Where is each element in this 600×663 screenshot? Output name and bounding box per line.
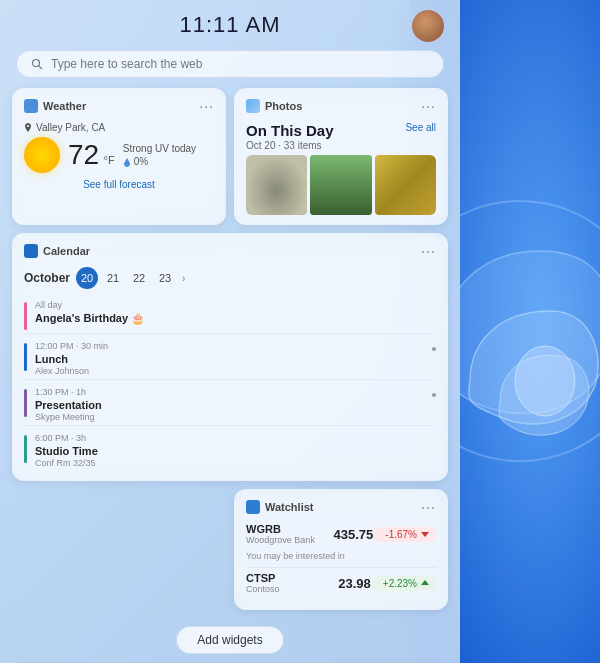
calendar-icon: [24, 244, 38, 258]
search-bar[interactable]: Type here to search the web: [16, 50, 444, 78]
calendar-month: October: [24, 271, 70, 285]
stock-ctsp-name: Contoso: [246, 584, 280, 594]
event-bar-teal: [24, 435, 27, 463]
svg-marker-5: [421, 532, 429, 537]
photos-header: Photos ···: [246, 98, 436, 114]
add-widgets-row: Add widgets: [0, 618, 460, 663]
temperature: 72: [68, 139, 99, 170]
photos-grid: [246, 155, 436, 215]
on-this-day-title: On This Day: [246, 122, 334, 140]
stock-wgrb-price: 435.75: [334, 527, 374, 542]
weather-main: 72 °F Strong UV today 0%: [24, 137, 214, 173]
event-info-3: 1:30 PM · 1h Presentation Skype Meeting: [35, 387, 424, 422]
calendar-day-21[interactable]: 21: [102, 267, 124, 289]
weather-humidity: 0%: [123, 156, 196, 167]
event-title-4: Studio Time: [35, 444, 436, 458]
stock-ctsp-ticker: CTSP: [246, 572, 280, 584]
photos-menu[interactable]: ···: [421, 98, 436, 114]
watchlist-icon: [246, 500, 260, 514]
stock-wgrb-price-row: 435.75 -1.67%: [334, 527, 436, 542]
stock-wgrb-change: -1.67%: [385, 529, 417, 540]
calendar-menu[interactable]: ···: [421, 243, 436, 259]
stock-ctsp-badge: +2.23%: [371, 576, 436, 591]
humidity-icon: [123, 157, 131, 167]
stock-wgrb-ticker: WGRB: [246, 523, 315, 535]
search-icon: [31, 58, 43, 70]
on-this-day-info: On This Day Oct 20 · 33 items: [246, 122, 334, 151]
photo-thumb-2[interactable]: [310, 155, 371, 215]
location-icon: [24, 123, 32, 133]
photo-3-inner: [375, 155, 436, 215]
event-time-4: 6:00 PM · 3h: [35, 433, 436, 444]
calendar-events: All day Angela's Birthday 🎂 12:00 PM · 3…: [24, 297, 436, 471]
svg-point-1: [515, 346, 575, 416]
weather-title: Weather: [43, 100, 86, 112]
weather-description: Strong UV today: [123, 143, 196, 154]
search-placeholder: Type here to search the web: [51, 57, 202, 71]
event-info-2: 12:00 PM · 30 min Lunch Alex Johnson: [35, 341, 424, 376]
calendar-day-20[interactable]: 20: [76, 267, 98, 289]
photos-title-row: Photos: [246, 99, 302, 113]
weather-footer[interactable]: See full forecast: [24, 179, 214, 190]
calendar-chevron[interactable]: ›: [182, 273, 185, 284]
event-bar-purple: [24, 389, 27, 417]
weather-info: 72 °F: [68, 141, 115, 169]
event-info-4: 6:00 PM · 3h Studio Time Conf Rm 32/35: [35, 433, 436, 468]
weather-icon: [24, 99, 38, 113]
photo-thumb-3[interactable]: [375, 155, 436, 215]
stock-wgrb[interactable]: WGRB Woodgrove Bank 435.75 -1.67%: [246, 523, 436, 545]
stock-ctsp-info: CTSP Contoso: [246, 572, 280, 594]
photo-thumb-1[interactable]: [246, 155, 307, 215]
weather-header: Weather ···: [24, 98, 214, 114]
event-bar-blue: [24, 343, 27, 371]
watchlist-menu[interactable]: ···: [421, 499, 436, 515]
calendar-month-row: October 20 21 22 23 ›: [24, 267, 436, 289]
photo-1-inner: [246, 155, 307, 215]
svg-point-4: [27, 125, 29, 127]
header: 11:11 AM: [0, 0, 460, 44]
see-all-link[interactable]: See all: [405, 122, 436, 133]
calendar-header: Calendar ···: [24, 243, 436, 259]
event-angela-birthday[interactable]: All day Angela's Birthday 🎂: [24, 297, 436, 334]
avatar[interactable]: [412, 10, 444, 42]
event-sub-2: Alex Johnson: [35, 366, 424, 376]
watchlist-header: Watchlist ···: [246, 499, 436, 515]
event-time-1: All day: [35, 300, 436, 311]
stock-ctsp-price-row: 23.98 +2.23%: [338, 576, 436, 591]
event-lunch[interactable]: 12:00 PM · 30 min Lunch Alex Johnson: [24, 338, 436, 380]
svg-marker-6: [421, 580, 429, 585]
up-arrow-icon: [420, 578, 430, 588]
event-presentation[interactable]: 1:30 PM · 1h Presentation Skype Meeting: [24, 384, 436, 426]
widgets-panel: 11:11 AM Type here to search the web Wea…: [0, 0, 460, 663]
event-sub-4: Conf Rm 32/35: [35, 458, 436, 468]
weather-details: Strong UV today 0%: [123, 143, 196, 167]
event-title-1: Angela's Birthday 🎂: [35, 311, 436, 325]
on-this-day-header: On This Day Oct 20 · 33 items See all: [246, 122, 436, 151]
stock-wgrb-name: Woodgrove Bank: [246, 535, 315, 545]
watchlist-title-row: Watchlist: [246, 500, 314, 514]
photos-icon: [246, 99, 260, 113]
down-arrow-icon: [420, 529, 430, 539]
event-bar-pink: [24, 302, 27, 330]
stock-wgrb-info: WGRB Woodgrove Bank: [246, 523, 315, 545]
weather-menu[interactable]: ···: [199, 98, 214, 114]
event-title-2: Lunch: [35, 352, 424, 366]
weather-title-row: Weather: [24, 99, 86, 113]
weather-location: Valley Park, CA: [24, 122, 214, 133]
stock-ctsp[interactable]: CTSP Contoso 23.98 +2.23%: [246, 572, 436, 594]
photos-title: Photos: [265, 100, 302, 112]
event-time-3: 1:30 PM · 1h: [35, 387, 424, 398]
add-widgets-button[interactable]: Add widgets: [176, 626, 283, 654]
calendar-title: Calendar: [43, 245, 90, 257]
calendar-title-row: Calendar: [24, 244, 90, 258]
interested-text: You may be interested in: [246, 551, 436, 561]
widget-grid: Weather ··· Valley Park, CA 72 °F Strong: [0, 88, 460, 618]
calendar-day-22[interactable]: 22: [128, 267, 150, 289]
weather-widget: Weather ··· Valley Park, CA 72 °F Strong: [12, 88, 226, 225]
event-time-2: 12:00 PM · 30 min: [35, 341, 424, 352]
calendar-day-23[interactable]: 23: [154, 267, 176, 289]
event-dot-2: [432, 347, 436, 351]
event-studio-time[interactable]: 6:00 PM · 3h Studio Time Conf Rm 32/35: [24, 430, 436, 471]
temp-unit: °F: [104, 154, 115, 166]
watchlist-title: Watchlist: [265, 501, 314, 513]
